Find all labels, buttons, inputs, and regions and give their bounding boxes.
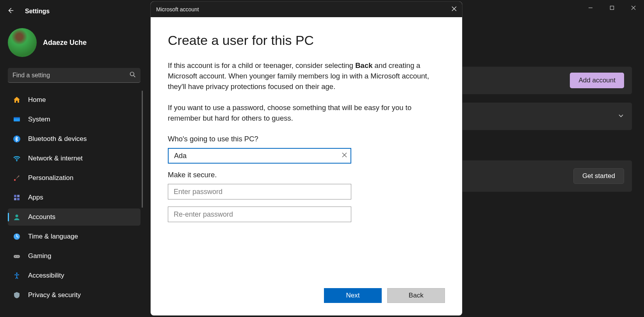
wifi-icon: [12, 154, 21, 163]
sidebar-item-label: Accounts: [28, 213, 55, 221]
shield-icon: [12, 291, 21, 299]
svg-rect-14: [14, 198, 16, 200]
sidebar: Adaeze Uche Home System Bluetooth & devi…: [0, 23, 144, 317]
svg-point-10: [16, 160, 18, 162]
svg-point-20: [18, 256, 18, 257]
clear-input-button[interactable]: [342, 152, 347, 160]
sidebar-item-label: Time & language: [28, 233, 78, 240]
password-confirm-input[interactable]: [168, 207, 351, 222]
profile-block[interactable]: Adaeze Uche: [8, 28, 144, 57]
svg-point-5: [130, 72, 134, 76]
sidebar-item-gaming[interactable]: Gaming: [8, 248, 141, 265]
sidebar-item-label: Accessibility: [28, 272, 64, 280]
username-input[interactable]: [168, 148, 351, 164]
avatar: [8, 28, 37, 57]
sidebar-item-personalization[interactable]: Personalization: [8, 169, 141, 187]
svg-point-11: [14, 179, 16, 181]
get-started-button[interactable]: Get started: [573, 168, 624, 184]
add-account-button[interactable]: Add account: [570, 73, 624, 88]
svg-line-6: [133, 75, 135, 77]
sidebar-item-accessibility[interactable]: Accessibility: [8, 267, 141, 284]
bluetooth-icon: [12, 135, 21, 143]
sidebar-item-label: Personalization: [28, 174, 73, 182]
dialog-close-button[interactable]: [452, 6, 457, 12]
sidebar-item-label: System: [28, 116, 50, 123]
sidebar-item-bluetooth[interactable]: Bluetooth & devices: [8, 130, 141, 148]
search-input[interactable]: [8, 68, 141, 83]
search-icon: [130, 71, 136, 79]
svg-point-19: [15, 256, 16, 257]
chevron-down-icon: [618, 112, 624, 120]
microsoft-account-dialog: Microsoft account Create a user for this…: [151, 2, 462, 315]
sidebar-item-system[interactable]: System: [8, 111, 141, 128]
dialog-paragraph-1: If this account is for a child or teenag…: [168, 61, 445, 92]
person-icon: [12, 213, 21, 221]
back-button-dialog[interactable]: Back: [387, 288, 445, 303]
username-label: Who's going to use this PC?: [168, 135, 445, 143]
svg-point-21: [16, 272, 18, 274]
dialog-paragraph-2: If you want to use a password, choose so…: [168, 103, 445, 124]
sidebar-item-label: Bluetooth & devices: [28, 135, 87, 143]
svg-point-16: [16, 215, 18, 217]
sidebar-item-network[interactable]: Network & internet: [8, 150, 141, 167]
sidebar-item-label: Privacy & security: [28, 291, 81, 299]
svg-rect-15: [17, 198, 20, 200]
clock-globe-icon: [12, 232, 21, 241]
accessibility-icon: [12, 271, 21, 280]
system-icon: [12, 115, 21, 124]
dialog-title: Microsoft account: [156, 6, 199, 12]
svg-rect-18: [14, 255, 20, 258]
sidebar-item-privacy[interactable]: Privacy & security: [8, 287, 141, 304]
svg-rect-13: [17, 195, 20, 197]
sidebar-item-time-language[interactable]: Time & language: [8, 228, 141, 245]
sidebar-item-label: Gaming: [28, 252, 52, 260]
svg-rect-1: [610, 6, 614, 10]
app-title: Settings: [25, 8, 50, 15]
sidebar-item-label: Apps: [28, 194, 43, 201]
svg-rect-8: [14, 117, 20, 118]
window-minimize-button[interactable]: [580, 0, 601, 16]
password-input[interactable]: [168, 184, 351, 199]
sidebar-item-home[interactable]: Home: [8, 91, 141, 109]
window-maximize-button[interactable]: [601, 0, 623, 16]
sidebar-item-label: Network & internet: [28, 155, 83, 162]
dialog-heading: Create a user for this PC: [168, 33, 445, 48]
sidebar-scrollbar[interactable]: [142, 91, 143, 208]
profile-name: Adaeze Uche: [43, 39, 87, 47]
gamepad-icon: [12, 252, 21, 260]
brush-icon: [12, 174, 21, 182]
home-icon: [12, 96, 21, 104]
svg-rect-12: [14, 195, 16, 197]
back-button[interactable]: [7, 7, 14, 16]
sidebar-item-label: Home: [28, 96, 46, 104]
password-section-label: Make it secure.: [168, 171, 445, 179]
sidebar-item-apps[interactable]: Apps: [8, 189, 141, 206]
sidebar-item-accounts[interactable]: Accounts: [8, 208, 141, 226]
window-close-button[interactable]: [623, 0, 644, 16]
next-button[interactable]: Next: [324, 288, 382, 303]
apps-icon: [12, 193, 21, 202]
